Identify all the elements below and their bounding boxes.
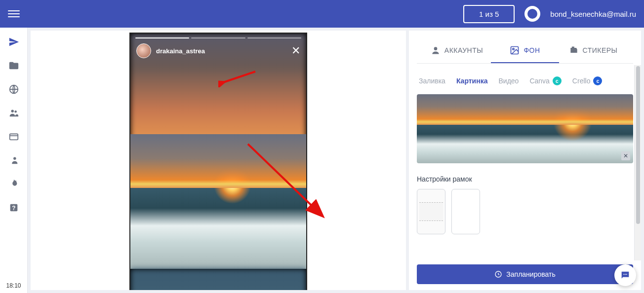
- subtab-image[interactable]: Картинка: [456, 77, 488, 85]
- background-image-thumb[interactable]: ✕: [417, 94, 633, 163]
- close-icon[interactable]: ✕: [291, 44, 300, 57]
- nav-card[interactable]: [4, 128, 24, 145]
- story-username: drakaina_astrea: [156, 47, 205, 55]
- tab-background[interactable]: ФОН: [491, 38, 559, 63]
- svg-rect-12: [571, 47, 574, 48]
- svg-point-11: [513, 48, 514, 50]
- canva-badge-icon: c: [553, 76, 562, 85]
- tab-stickers-label: СТИКЕРЫ: [583, 46, 618, 54]
- svg-point-9: [434, 47, 437, 50]
- svg-point-16: [626, 274, 627, 275]
- svg-point-4: [13, 157, 16, 160]
- avatar[interactable]: [524, 6, 540, 22]
- tab-accounts-label: АККАУНТЫ: [444, 46, 483, 54]
- subtab-video[interactable]: Видео: [498, 77, 519, 85]
- scrollbar-thumb[interactable]: [636, 66, 640, 224]
- user-email: bond_ksenechka@mail.ru: [550, 10, 636, 18]
- clock: 18:10: [6, 278, 21, 293]
- svg-point-1: [11, 110, 14, 113]
- canvas-area: drakaina_astrea ✕: [31, 31, 406, 290]
- svg-point-15: [625, 274, 626, 275]
- story-avatar: [136, 43, 151, 58]
- app-header: 1 из 5 bond_ksenechka@mail.ru: [0, 0, 644, 28]
- nav-fire[interactable]: [4, 176, 24, 192]
- schedule-button[interactable]: Запланировать: [417, 264, 633, 284]
- nav-send[interactable]: [4, 34, 24, 50]
- menu-toggle-button[interactable]: [8, 8, 20, 20]
- delete-image-button[interactable]: ✕: [621, 151, 630, 160]
- nav-help[interactable]: ?: [4, 199, 24, 216]
- tab-accounts[interactable]: АККАУНТЫ: [423, 38, 491, 63]
- subtab-fill[interactable]: Заливка: [419, 77, 445, 85]
- svg-text:?: ?: [12, 205, 15, 212]
- subtab-canva[interactable]: Canva c: [529, 76, 561, 85]
- right-panel: АККАУНТЫ ФОН СТИКЕРЫ Заливка Картинка Ви…: [409, 31, 641, 290]
- nav-globe[interactable]: [4, 81, 24, 98]
- story-preview[interactable]: drakaina_astrea ✕: [129, 33, 307, 290]
- story-progress-bars: [135, 37, 301, 38]
- page-counter[interactable]: 1 из 5: [463, 5, 515, 23]
- nav-add-people[interactable]: [4, 152, 24, 169]
- tab-background-label: ФОН: [523, 46, 540, 54]
- schedule-label: Запланировать: [506, 270, 555, 278]
- sticker-icon: [569, 45, 579, 55]
- user-icon: [431, 45, 441, 55]
- tab-stickers[interactable]: СТИКЕРЫ: [559, 38, 627, 63]
- svg-point-14: [623, 274, 624, 275]
- story-image: [130, 134, 306, 269]
- nav-folder[interactable]: [4, 57, 24, 74]
- crello-badge-icon: c: [593, 76, 602, 85]
- svg-point-2: [14, 110, 17, 113]
- frame-option-fill[interactable]: [451, 189, 480, 234]
- frame-settings-title: Настройки рамок: [417, 175, 633, 183]
- subtab-crello[interactable]: Crello c: [572, 76, 603, 85]
- svg-rect-3: [9, 134, 18, 140]
- chat-icon: [620, 270, 631, 281]
- clock-plus-icon: [494, 270, 502, 278]
- image-icon: [510, 45, 520, 55]
- chat-support-button[interactable]: [614, 264, 636, 286]
- nav-people[interactable]: [4, 105, 24, 121]
- frame-option-letterbox[interactable]: [417, 189, 445, 234]
- sidebar: ? 18:10: [0, 28, 28, 293]
